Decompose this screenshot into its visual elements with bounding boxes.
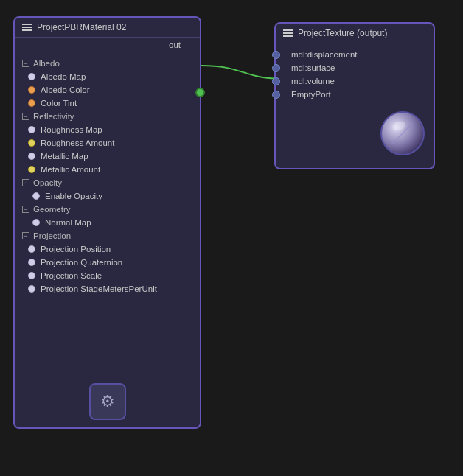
normal-map-label: Normal Map xyxy=(45,218,91,227)
displacement-port[interactable] xyxy=(272,51,280,59)
right-menu-icon[interactable] xyxy=(283,29,293,37)
emptyport-port[interactable] xyxy=(272,91,280,99)
roughness-map-row: Roughness Map xyxy=(15,123,200,136)
projection-quaternion-row: Projection Quaternion xyxy=(15,256,200,269)
volume-port[interactable] xyxy=(272,77,280,85)
right-node-header: ProjectTexture (output) xyxy=(276,24,434,43)
projection-label: Projection xyxy=(33,231,71,240)
color-tint-port[interactable] xyxy=(28,99,35,107)
projection-quaternion-port[interactable] xyxy=(28,259,35,266)
albedo-map-label: Albedo Map xyxy=(41,72,86,81)
albedo-label: Albedo xyxy=(33,59,60,68)
roughness-amount-port[interactable] xyxy=(28,139,35,147)
albedo-color-label: Albedo Color xyxy=(41,85,89,94)
normal-map-row: Normal Map xyxy=(15,216,200,229)
left-node-title: ProjectPBRMaterial 02 xyxy=(37,22,126,32)
albedo-color-port[interactable] xyxy=(28,86,35,94)
preview-area xyxy=(276,105,434,161)
left-node: ProjectPBRMaterial 02 out − Albedo Albed… xyxy=(13,16,201,429)
albedo-map-port[interactable] xyxy=(28,73,35,80)
projection-quaternion-label: Projection Quaternion xyxy=(41,258,122,267)
roughness-amount-label: Roughness Amount xyxy=(41,139,114,147)
reflectivity-label: Reflectivity xyxy=(33,112,74,121)
enable-opacity-label: Enable Opacity xyxy=(45,192,102,200)
projection-toggle[interactable]: − xyxy=(22,232,29,239)
left-node-header: ProjectPBRMaterial 02 xyxy=(15,18,200,38)
preview-sphere xyxy=(380,111,425,155)
section-projection-header[interactable]: − Projection xyxy=(15,229,200,242)
sphere-slash xyxy=(391,122,413,144)
metallic-amount-row: Metallic Amount xyxy=(15,163,200,176)
albedo-map-row: Albedo Map xyxy=(15,70,200,83)
enable-opacity-row: Enable Opacity xyxy=(15,189,200,203)
opacity-toggle[interactable]: − xyxy=(22,179,29,186)
metallic-map-label: Metallic Map xyxy=(41,152,88,161)
reflectivity-toggle[interactable]: − xyxy=(22,113,29,120)
gear-icon: ⚙ xyxy=(100,392,115,411)
gear-button[interactable]: ⚙ xyxy=(89,383,126,420)
geometry-label: Geometry xyxy=(33,205,71,214)
node-body: − Albedo Albedo Map Albedo Color Color T… xyxy=(15,52,200,340)
section-albedo-header[interactable]: − Albedo xyxy=(15,57,200,70)
volume-row: mdl:volume xyxy=(276,74,434,88)
section-reflectivity-header[interactable]: − Reflectivity xyxy=(15,110,200,123)
metallic-amount-port[interactable] xyxy=(28,166,35,173)
projection-scale-port[interactable] xyxy=(28,272,35,279)
projection-scale-row: Projection Scale xyxy=(15,269,200,282)
opacity-label: Opacity xyxy=(33,178,62,187)
roughness-amount-row: Roughness Amount xyxy=(15,136,200,150)
displacement-label: mdl:displacement xyxy=(291,50,357,59)
section-opacity-header[interactable]: − Opacity xyxy=(15,176,200,189)
roughness-map-label: Roughness Map xyxy=(41,125,102,134)
projection-stagemeters-label: Projection StageMetersPerUnit xyxy=(41,284,157,293)
albedo-toggle[interactable]: − xyxy=(22,60,29,67)
right-node-title: ProjectTexture (output) xyxy=(298,28,387,38)
roughness-map-port[interactable] xyxy=(28,126,35,133)
projection-stagemeters-port[interactable] xyxy=(28,285,35,293)
right-node: ProjectTexture (output) mdl:displacement… xyxy=(274,22,435,169)
surface-label: mdl:surface xyxy=(291,63,335,72)
enable-opacity-port[interactable] xyxy=(32,192,40,200)
emptyport-row: EmptyPort xyxy=(276,88,434,101)
projection-position-label: Projection Position xyxy=(41,245,111,253)
volume-label: mdl:volume xyxy=(291,77,335,85)
color-tint-row: Color Tint xyxy=(15,97,200,110)
projection-position-port[interactable] xyxy=(28,245,35,253)
surface-port[interactable] xyxy=(272,64,280,72)
emptyport-label: EmptyPort xyxy=(291,90,331,99)
projection-position-row: Projection Position xyxy=(15,242,200,256)
out-label: out xyxy=(169,41,181,49)
metallic-map-row: Metallic Map xyxy=(15,150,200,163)
surface-row: mdl:surface xyxy=(276,61,434,74)
projection-scale-label: Projection Scale xyxy=(41,271,102,280)
metallic-map-port[interactable] xyxy=(28,153,35,160)
geometry-toggle[interactable]: − xyxy=(22,206,29,213)
albedo-color-row: Albedo Color xyxy=(15,83,200,97)
right-node-ports: mdl:displacement mdl:surface mdl:volume … xyxy=(276,43,434,105)
metallic-amount-label: Metallic Amount xyxy=(41,165,100,174)
normal-map-port[interactable] xyxy=(32,219,40,226)
color-tint-label: Color Tint xyxy=(41,99,77,108)
left-menu-icon[interactable] xyxy=(22,24,32,31)
section-geometry-header[interactable]: − Geometry xyxy=(15,203,200,216)
projection-stagemeters-row: Projection StageMetersPerUnit xyxy=(15,282,200,295)
displacement-row: mdl:displacement xyxy=(276,48,434,61)
